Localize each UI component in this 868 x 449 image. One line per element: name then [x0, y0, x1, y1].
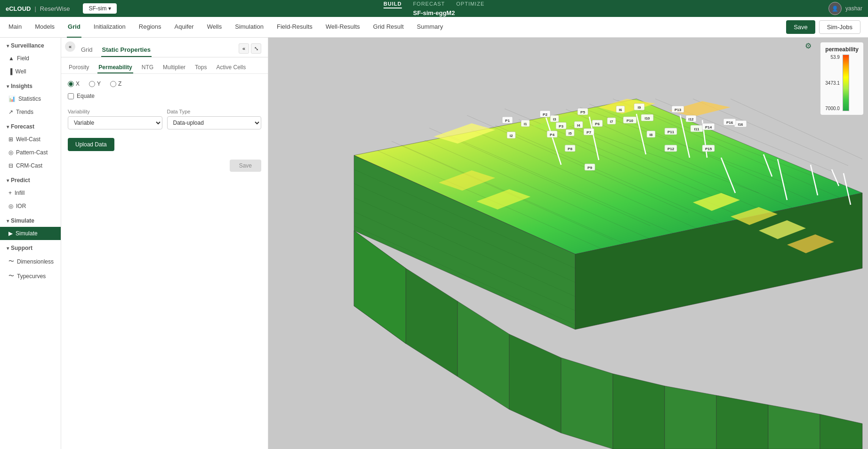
brand-reservise: ReserWise	[40, 5, 70, 12]
nav-regions[interactable]: Regions	[138, 17, 162, 38]
simulate-icon: ▶	[8, 230, 13, 237]
radio-z[interactable]	[110, 81, 116, 87]
field-icon: ▲	[8, 55, 14, 62]
svg-marker-45	[768, 405, 820, 449]
nav-well-results[interactable]: Well-Results	[325, 17, 361, 38]
svg-text:I5: I5	[569, 131, 572, 136]
sidebar-section-surveillance[interactable]: ▾ Surveillance	[0, 38, 61, 52]
nav-simulation[interactable]: Simulation	[234, 17, 265, 38]
svg-text:P5: P5	[580, 110, 585, 114]
grid-svg: P2 P5 I6 I9 P13 P1 I1 I3 P3 I	[268, 38, 868, 449]
panel-save-button[interactable]: Save	[230, 160, 261, 172]
statistics-icon: 📊	[8, 96, 16, 102]
nav-wells[interactable]: Wells	[206, 17, 223, 38]
build-tab[interactable]: BUILD	[384, 1, 402, 8]
sidebar-item-typecurves[interactable]: 〜 Typecurves	[0, 269, 61, 283]
sidebar-item-dimensionless[interactable]: 〜 Dimensionless	[0, 254, 61, 269]
svg-marker-41	[561, 358, 613, 449]
equate-row: Equate	[61, 91, 268, 104]
svg-text:P1: P1	[505, 119, 510, 123]
sidebar-section-simulate[interactable]: ▾ Simulate	[0, 213, 61, 227]
sidebar-item-ior[interactable]: ◎ IOR	[0, 200, 61, 213]
svg-marker-43	[665, 386, 716, 449]
svg-text:P7: P7	[587, 130, 591, 135]
sim-selector-button[interactable]: SF-sim ▾	[83, 3, 116, 14]
sub-tab-permeability[interactable]: Permeability	[97, 62, 133, 73]
datatype-field: Data Type Data-upload	[167, 109, 262, 129]
svg-text:P14: P14	[705, 125, 712, 129]
sub-tab-porosity[interactable]: Porosity	[68, 62, 90, 73]
brand-separator: |	[34, 5, 36, 12]
simjobs-button[interactable]: Sim-Jobs	[819, 20, 860, 34]
svg-text:P13: P13	[675, 108, 682, 112]
panel-tab-grid[interactable]: Grid	[80, 43, 94, 57]
sidebar-item-field[interactable]: ▲ Field	[0, 52, 61, 65]
username-label: yashar	[845, 5, 862, 12]
nav-initialization[interactable]: Initialization	[93, 17, 127, 38]
equate-label: Equate	[77, 93, 95, 99]
ior-icon: ◎	[8, 203, 13, 209]
equate-checkbox[interactable]	[68, 93, 74, 99]
svg-text:P10: P10	[627, 119, 634, 123]
sidebar-item-pattern-cast[interactable]: ◎ Pattern-Cast	[0, 146, 61, 159]
secondary-nav: Main Models Grid Initialization Regions …	[0, 17, 868, 38]
panel-tab-static-properties[interactable]: Static Properties	[101, 43, 152, 57]
sidebar-item-well[interactable]: ▐ Well	[0, 65, 61, 78]
sidebar-item-statistics[interactable]: 📊 Statistics	[0, 92, 61, 105]
svg-text:P4: P4	[550, 133, 555, 137]
radio-x-label[interactable]: X	[68, 80, 80, 87]
sidebar-item-infill[interactable]: + Infill	[0, 186, 61, 200]
form-fields: Variability Variable Data Type Data-uplo…	[61, 104, 268, 134]
svg-text:P16: P16	[726, 120, 733, 125]
nav-field-results[interactable]: Field-Results	[276, 17, 313, 38]
svg-text:I9: I9	[638, 105, 641, 110]
sidebar-item-trends[interactable]: ↗ Trends	[0, 105, 61, 119]
sub-tab-multiplier[interactable]: Multiplier	[162, 62, 186, 73]
radio-x[interactable]	[68, 81, 74, 87]
svg-marker-42	[613, 374, 665, 449]
sidebar-section-forecast[interactable]: ▾ Forecast	[0, 119, 61, 133]
upload-data-button[interactable]: Upload Data	[68, 138, 114, 151]
svg-text:I8: I8	[650, 133, 653, 137]
nav-grid[interactable]: Grid	[67, 17, 81, 38]
pattern-cast-icon: ◎	[8, 149, 13, 156]
svg-text:P12: P12	[667, 147, 675, 151]
sidebar: ▾ Surveillance ▲ Field ▐ Well ▾ Insights…	[0, 38, 61, 449]
svg-text:I10: I10	[644, 116, 650, 120]
sidebar-item-simulate[interactable]: ▶ Simulate	[0, 227, 61, 240]
nav-main[interactable]: Main	[8, 17, 23, 38]
sidebar-section-predict[interactable]: ▾ Predict	[0, 172, 61, 186]
sub-tab-tops[interactable]: Tops	[194, 62, 208, 73]
panel-collapse-button[interactable]: «	[65, 41, 75, 52]
sidebar-item-well-cast[interactable]: ⊞ Well-Cast	[0, 133, 61, 146]
svg-text:P2: P2	[543, 112, 547, 117]
axis-radio-group: X Y Z	[61, 74, 268, 91]
svg-text:I1: I1	[524, 122, 527, 126]
nav-actions: Save Sim-Jobs	[786, 20, 860, 34]
user-avatar[interactable]: 👤	[828, 2, 842, 15]
forecast-tab[interactable]: FORECAST	[413, 1, 445, 8]
sub-tab-ntg[interactable]: NTG	[141, 62, 154, 73]
variability-field: Variability Variable	[68, 109, 162, 129]
panel-expand-buttons: « ⤡	[239, 43, 261, 57]
radio-y-label[interactable]: Y	[89, 80, 101, 87]
optimize-tab[interactable]: OPTIMIZE	[456, 1, 484, 8]
save-button[interactable]: Save	[786, 20, 815, 34]
sub-tab-active-cells[interactable]: Active Cells	[215, 62, 247, 73]
variability-select[interactable]: Variable	[68, 116, 162, 129]
radio-z-label[interactable]: Z	[110, 80, 121, 87]
crm-cast-icon: ⊟	[8, 162, 13, 169]
sidebar-section-insights[interactable]: ▾ Insights	[0, 78, 61, 92]
nav-models[interactable]: Models	[34, 17, 56, 38]
radio-y[interactable]	[89, 81, 95, 87]
topbar: eCLOUD | ReserWise SF-sim ▾ BUILD FORECA…	[0, 0, 868, 17]
nav-aquifer[interactable]: Aquifer	[173, 17, 194, 38]
nav-summary[interactable]: Summary	[416, 17, 444, 38]
nav-grid-result[interactable]: Grid Result	[372, 17, 405, 38]
datatype-select[interactable]: Data-upload	[167, 116, 262, 129]
sidebar-item-crm-cast[interactable]: ⊟ CRM-Cast	[0, 159, 61, 172]
sidebar-section-support[interactable]: ▾ Support	[0, 240, 61, 254]
panel-expand-icon-btn[interactable]: ⤡	[251, 43, 261, 54]
svg-text:I12: I12	[688, 117, 694, 121]
panel-collapse-icon-btn[interactable]: «	[239, 43, 249, 54]
